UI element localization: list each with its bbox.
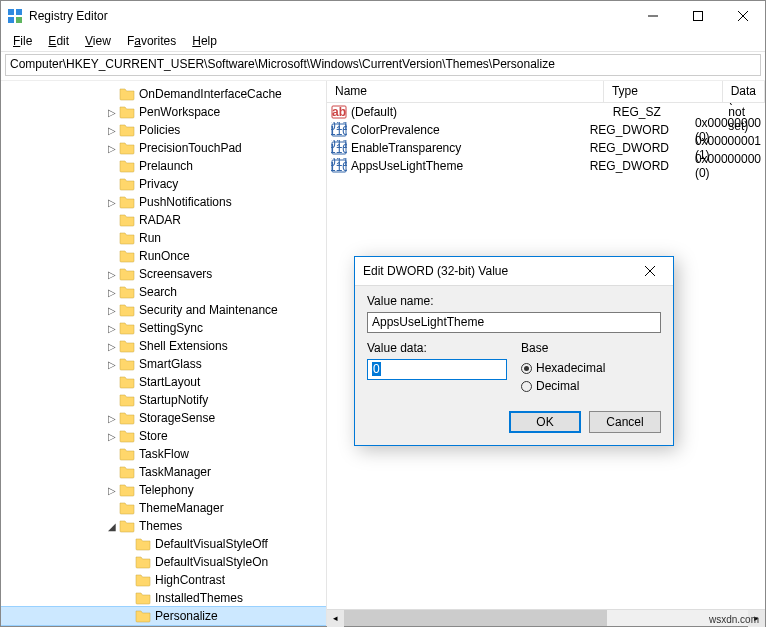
tree-item-label: InstalledThemes <box>155 591 243 605</box>
dialog-close-button[interactable] <box>635 257 665 285</box>
tree-item[interactable]: StartupNotify <box>1 391 326 409</box>
tree-item[interactable]: Run <box>1 229 326 247</box>
radio-hexadecimal[interactable]: Hexadecimal <box>521 359 661 377</box>
svg-rect-2 <box>8 17 14 23</box>
folder-icon <box>119 285 135 299</box>
col-type[interactable]: Type <box>604 81 723 102</box>
tree-item[interactable]: ◢Themes <box>1 517 326 535</box>
folder-icon <box>119 141 135 155</box>
ok-button[interactable]: OK <box>509 411 581 433</box>
tree-item[interactable]: ▷UFH <box>1 625 326 626</box>
close-button[interactable] <box>720 1 765 31</box>
tree-item[interactable]: ▷PrecisionTouchPad <box>1 139 326 157</box>
tree-item[interactable]: ThemeManager <box>1 499 326 517</box>
value-data: 0x00000000 (0) <box>695 152 761 180</box>
menu-favorites[interactable]: Favorites <box>121 33 182 49</box>
tree-item[interactable]: Privacy <box>1 175 326 193</box>
folder-icon <box>119 213 135 227</box>
tree-view[interactable]: OnDemandInterfaceCache▷PenWorkspace▷Poli… <box>1 81 327 626</box>
tree-item[interactable]: OnDemandInterfaceCache <box>1 85 326 103</box>
cancel-button[interactable]: Cancel <box>589 411 661 433</box>
tree-item[interactable]: HighContrast <box>1 571 326 589</box>
folder-icon <box>119 501 135 515</box>
tree-item-label: Search <box>139 285 177 299</box>
tree-item[interactable]: StartLayout <box>1 373 326 391</box>
dialog-titlebar[interactable]: Edit DWORD (32-bit) Value <box>355 257 673 285</box>
tree-item[interactable]: DefaultVisualStyleOff <box>1 535 326 553</box>
tree-item-label: RADAR <box>139 213 181 227</box>
tree-item[interactable]: ▷PenWorkspace <box>1 103 326 121</box>
tree-item[interactable]: Personalize <box>1 607 326 625</box>
svg-rect-1 <box>16 9 22 15</box>
folder-icon <box>119 87 135 101</box>
folder-icon <box>119 105 135 119</box>
tree-item[interactable]: ▷Shell Extensions <box>1 337 326 355</box>
tree-item-label: Policies <box>139 123 180 137</box>
tree-item[interactable]: ▷PushNotifications <box>1 193 326 211</box>
folder-icon <box>119 123 135 137</box>
tree-item[interactable]: ▷Store <box>1 427 326 445</box>
tree-item[interactable]: ▷SmartGlass <box>1 355 326 373</box>
value-name: ColorPrevalence <box>351 123 590 137</box>
tree-item[interactable]: TaskFlow <box>1 445 326 463</box>
col-name[interactable]: Name <box>327 81 604 102</box>
tree-item-label: StartupNotify <box>139 393 208 407</box>
tree-item[interactable]: ▷SettingSync <box>1 319 326 337</box>
tree-item-label: Store <box>139 429 168 443</box>
tree-item-label: Personalize <box>155 609 218 623</box>
folder-icon <box>135 591 151 605</box>
folder-icon <box>119 429 135 443</box>
address-bar[interactable]: Computer\HKEY_CURRENT_USER\Software\Micr… <box>5 54 761 76</box>
edit-dword-dialog: Edit DWORD (32-bit) Value Value name: Ap… <box>354 256 674 446</box>
tree-item[interactable]: ▷Policies <box>1 121 326 139</box>
tree-item[interactable]: DefaultVisualStyleOn <box>1 553 326 571</box>
folder-icon <box>119 195 135 209</box>
tree-item[interactable]: ▷StorageSense <box>1 409 326 427</box>
tree-item[interactable]: RADAR <box>1 211 326 229</box>
tree-item[interactable]: Prelaunch <box>1 157 326 175</box>
value-row[interactable]: 011110AppsUseLightThemeREG_DWORD0x000000… <box>327 157 765 175</box>
maximize-button[interactable] <box>675 1 720 31</box>
menu-view[interactable]: View <box>79 33 117 49</box>
tree-item-label: ThemeManager <box>139 501 224 515</box>
tree-item[interactable]: InstalledThemes <box>1 589 326 607</box>
binary-value-icon: 011110 <box>331 122 347 138</box>
tree-item[interactable]: ▷Security and Maintenance <box>1 301 326 319</box>
minimize-button[interactable] <box>630 1 675 31</box>
binary-value-icon: 011110 <box>331 158 347 174</box>
column-headers[interactable]: Name Type Data <box>327 81 765 103</box>
folder-icon <box>119 249 135 263</box>
tree-item-label: Privacy <box>139 177 178 191</box>
svg-text:110: 110 <box>331 160 347 174</box>
tree-item[interactable]: ▷Search <box>1 283 326 301</box>
menu-edit[interactable]: Edit <box>42 33 75 49</box>
tree-item-label: Screensavers <box>139 267 212 281</box>
radio-decimal[interactable]: Decimal <box>521 377 661 395</box>
folder-icon <box>119 303 135 317</box>
folder-icon <box>119 483 135 497</box>
tree-item-label: TaskFlow <box>139 447 189 461</box>
folder-icon <box>119 465 135 479</box>
col-data[interactable]: Data <box>723 81 765 102</box>
tree-item-label: Themes <box>139 519 182 533</box>
tree-item[interactable]: ▷Screensavers <box>1 265 326 283</box>
dialog-title: Edit DWORD (32-bit) Value <box>363 264 635 278</box>
folder-icon <box>119 357 135 371</box>
scroll-left-button[interactable]: ◂ <box>327 610 344 627</box>
folder-icon <box>119 393 135 407</box>
tree-item[interactable]: ▷Telephony <box>1 481 326 499</box>
value-data-field[interactable]: 0 <box>367 359 507 380</box>
folder-icon <box>119 321 135 335</box>
tree-item-label: Telephony <box>139 483 194 497</box>
scroll-thumb[interactable] <box>344 610 607 626</box>
window-title: Registry Editor <box>29 9 630 23</box>
base-label: Base <box>521 341 661 355</box>
tree-item[interactable]: TaskManager <box>1 463 326 481</box>
menu-file[interactable]: File <box>7 33 38 49</box>
menu-help[interactable]: Help <box>186 33 223 49</box>
horizontal-scrollbar[interactable]: ◂ ▸ <box>327 609 765 626</box>
value-type: REG_DWORD <box>590 123 695 137</box>
value-name-field[interactable]: AppsUseLightTheme <box>367 312 661 333</box>
tree-item[interactable]: RunOnce <box>1 247 326 265</box>
titlebar[interactable]: Registry Editor <box>1 1 765 31</box>
